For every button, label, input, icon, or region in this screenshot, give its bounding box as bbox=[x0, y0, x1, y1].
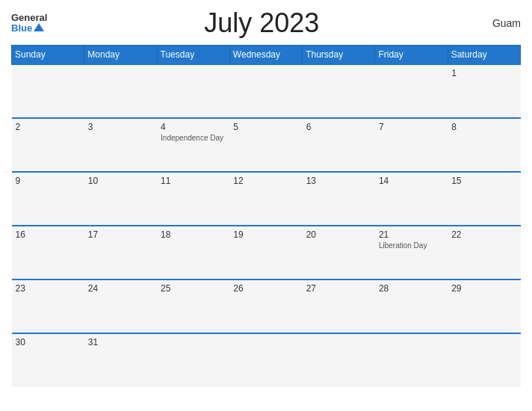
day-cell-0-0 bbox=[12, 64, 84, 118]
day-cell-2-6: 15 bbox=[448, 172, 520, 226]
day-cell-3-6: 22 bbox=[448, 226, 520, 279]
day-cell-1-4: 6 bbox=[303, 118, 375, 172]
day-cell-2-5: 14 bbox=[375, 172, 448, 226]
day-cell-4-6: 29 bbox=[448, 279, 520, 333]
region-label: Guam bbox=[476, 17, 521, 29]
day-cell-4-3: 26 bbox=[229, 279, 302, 333]
week-row-1: 234Independence Day5678 bbox=[12, 118, 521, 172]
day-cell-3-2: 18 bbox=[157, 226, 229, 279]
calendar-body: 1234Independence Day56789101112131415161… bbox=[12, 64, 521, 387]
day-number-3-2: 18 bbox=[161, 229, 226, 240]
day-cell-5-4 bbox=[303, 333, 375, 387]
day-number-2-1: 10 bbox=[88, 176, 153, 186]
day-cell-4-0: 23 bbox=[12, 279, 84, 333]
day-cell-1-3: 5 bbox=[229, 118, 302, 172]
header-tuesday: Tuesday bbox=[157, 46, 229, 65]
day-cell-0-2 bbox=[157, 64, 229, 118]
header-friday: Friday bbox=[375, 46, 448, 65]
logo: General Blue bbox=[11, 13, 47, 34]
logo-triangle-icon bbox=[34, 23, 44, 31]
day-number-2-3: 12 bbox=[233, 176, 298, 186]
week-row-5: 3031 bbox=[12, 333, 521, 387]
day-cell-0-1 bbox=[84, 64, 157, 118]
day-number-1-0: 2 bbox=[16, 122, 81, 132]
header-sunday: Sunday bbox=[12, 46, 84, 65]
day-cell-0-3 bbox=[229, 64, 302, 118]
day-cell-0-4 bbox=[303, 64, 375, 118]
day-cell-5-3 bbox=[229, 333, 302, 387]
day-cell-3-0: 16 bbox=[12, 226, 84, 279]
day-number-1-4: 6 bbox=[306, 122, 371, 132]
day-cell-4-1: 24 bbox=[84, 279, 157, 333]
day-number-3-4: 20 bbox=[306, 229, 371, 240]
day-cell-1-1: 3 bbox=[84, 118, 157, 172]
day-number-4-4: 27 bbox=[306, 283, 371, 294]
header-saturday: Saturday bbox=[448, 46, 520, 65]
weekday-header-row: Sunday Monday Tuesday Wednesday Thursday… bbox=[12, 46, 521, 65]
day-number-5-1: 31 bbox=[88, 337, 153, 347]
day-event-3-5: Liberation Day bbox=[379, 241, 444, 250]
day-cell-3-3: 19 bbox=[229, 226, 302, 279]
day-number-0-6: 1 bbox=[451, 68, 516, 78]
month-title: July 2023 bbox=[47, 7, 476, 39]
logo-general-text: General bbox=[11, 13, 47, 23]
day-cell-1-5: 7 bbox=[375, 118, 448, 172]
week-row-4: 23242526272829 bbox=[12, 279, 521, 333]
day-cell-5-2 bbox=[157, 333, 229, 387]
header-wednesday: Wednesday bbox=[229, 46, 302, 65]
day-cell-2-4: 13 bbox=[303, 172, 375, 226]
day-cell-5-5 bbox=[375, 333, 448, 387]
day-cell-3-5: 21Liberation Day bbox=[375, 226, 448, 279]
day-number-3-5: 21 bbox=[379, 229, 444, 240]
week-row-0: 1 bbox=[12, 64, 521, 118]
day-number-2-4: 13 bbox=[306, 176, 371, 186]
day-cell-3-1: 17 bbox=[84, 226, 157, 279]
day-cell-0-6: 1 bbox=[448, 64, 520, 118]
day-number-2-2: 11 bbox=[161, 176, 226, 186]
calendar-header: General Blue July 2023 Guam bbox=[11, 7, 521, 39]
day-cell-2-0: 9 bbox=[12, 172, 84, 226]
day-number-1-6: 8 bbox=[451, 122, 516, 132]
week-row-3: 161718192021Liberation Day22 bbox=[12, 226, 521, 279]
day-number-2-0: 9 bbox=[16, 176, 81, 186]
day-number-1-2: 4 bbox=[161, 122, 226, 132]
day-cell-1-0: 2 bbox=[12, 118, 84, 172]
day-cell-4-2: 25 bbox=[157, 279, 229, 333]
day-cell-0-5 bbox=[375, 64, 448, 118]
week-row-2: 9101112131415 bbox=[12, 172, 521, 226]
day-cell-4-4: 27 bbox=[303, 279, 375, 333]
day-cell-4-5: 28 bbox=[375, 279, 448, 333]
day-number-4-6: 29 bbox=[451, 283, 516, 294]
day-number-3-6: 22 bbox=[451, 229, 516, 240]
day-number-1-1: 3 bbox=[88, 122, 153, 132]
day-cell-5-0: 30 bbox=[12, 333, 84, 387]
day-number-1-3: 5 bbox=[233, 122, 298, 132]
day-number-3-0: 16 bbox=[16, 229, 81, 240]
day-number-5-0: 30 bbox=[16, 337, 81, 347]
calendar-container: General Blue July 2023 Guam Sunday Monda… bbox=[0, 0, 532, 411]
day-number-4-2: 25 bbox=[161, 283, 226, 294]
day-number-4-1: 24 bbox=[88, 283, 153, 294]
day-number-4-5: 28 bbox=[379, 283, 444, 294]
day-number-4-3: 26 bbox=[233, 283, 298, 294]
day-cell-2-1: 10 bbox=[84, 172, 157, 226]
calendar-table: Sunday Monday Tuesday Wednesday Thursday… bbox=[11, 45, 521, 387]
header-monday: Monday bbox=[84, 46, 157, 65]
day-cell-5-1: 31 bbox=[84, 333, 157, 387]
day-cell-5-6 bbox=[448, 333, 520, 387]
day-number-3-1: 17 bbox=[88, 229, 153, 240]
day-event-1-2: Independence Day bbox=[161, 134, 226, 142]
day-number-2-5: 14 bbox=[379, 176, 444, 186]
day-number-4-0: 23 bbox=[16, 283, 81, 294]
day-cell-1-2: 4Independence Day bbox=[157, 118, 229, 172]
day-cell-3-4: 20 bbox=[303, 226, 375, 279]
logo-blue-text: Blue bbox=[11, 23, 32, 34]
day-number-3-3: 19 bbox=[233, 229, 298, 240]
header-thursday: Thursday bbox=[303, 46, 375, 65]
day-number-1-5: 7 bbox=[379, 122, 444, 132]
day-cell-2-2: 11 bbox=[157, 172, 229, 226]
day-number-2-6: 15 bbox=[451, 176, 516, 186]
day-cell-2-3: 12 bbox=[229, 172, 302, 226]
day-cell-1-6: 8 bbox=[448, 118, 520, 172]
